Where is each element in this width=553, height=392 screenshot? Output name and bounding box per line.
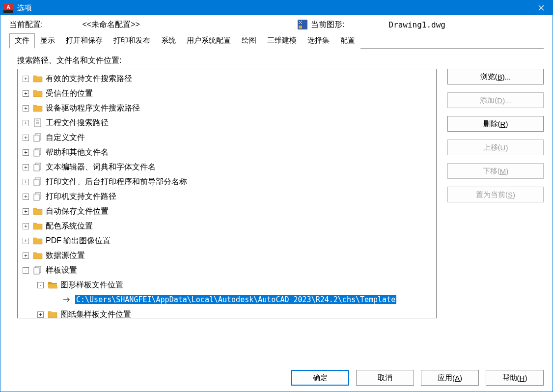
expand-icon[interactable]: + — [23, 149, 29, 156]
tab-7[interactable]: 三维建模 — [262, 33, 302, 49]
tree-node[interactable]: +受信任的位置 — [19, 86, 435, 101]
expand-icon[interactable]: + — [23, 105, 29, 112]
folder-icon — [33, 207, 43, 216]
tab-2[interactable]: 打开和保存 — [60, 33, 108, 49]
dwg-icon — [297, 19, 308, 30]
section-label: 搜索路径、文件名和文件位置: — [0, 49, 553, 69]
folder-icon — [33, 104, 43, 112]
tree-node-label: 自定义文件 — [46, 133, 85, 143]
help-button[interactable]: 帮助(H) — [486, 370, 544, 386]
tree-node[interactable]: +工程文件搜索路径 — [19, 115, 435, 130]
window-title: 选项 — [17, 3, 530, 13]
tab-5[interactable]: 用户系统配置 — [181, 33, 236, 49]
tree-node-label: 自动保存文件位置 — [46, 206, 109, 217]
content-area: 当前配置: <<未命名配置>> 当前图形: Drawing1.dwg 文件显示打… — [0, 15, 553, 392]
drawing-label: 当前图形: — [311, 20, 344, 30]
options-dialog: A 选项 当前配置: <<未命名配置>> 当前图形: Drawing1.dwg … — [0, 0, 553, 392]
tree-node-label: 设备驱动程序文件搜索路径 — [46, 103, 140, 113]
expand-icon[interactable]: + — [23, 90, 29, 97]
cancel-button[interactable]: 取消 — [356, 370, 414, 386]
tree-node[interactable]: +设备驱动程序文件搜索路径 — [19, 101, 435, 115]
stack-icon — [33, 133, 43, 142]
tab-4[interactable]: 系统 — [156, 33, 181, 49]
stack-icon — [33, 177, 43, 186]
tree-node-label: 受信任的位置 — [46, 88, 93, 99]
stack-icon — [33, 192, 43, 201]
tree-node[interactable]: +打印文件、后台打印程序和前导部分名称 — [19, 174, 435, 189]
tab-0[interactable]: 文件 — [9, 33, 35, 49]
tab-strip: 文件显示打开和保存打印和发布系统用户系统配置绘图三维建模选择集配置 — [9, 33, 544, 49]
tab-8[interactable]: 选择集 — [302, 33, 335, 49]
tree-node[interactable]: +自定义文件 — [19, 130, 435, 145]
titlebar: A 选项 — [0, 0, 553, 15]
tree-node[interactable]: +文本编辑器、词典和字体文件名 — [19, 160, 435, 174]
folder-icon — [33, 74, 43, 83]
side-button-s: 置为当前(S) — [447, 187, 544, 202]
tree-node-label: 打印文件、后台打印程序和前导部分名称 — [46, 177, 187, 187]
expand-icon[interactable]: + — [23, 76, 29, 82]
close-icon — [538, 5, 544, 11]
svg-rect-1 — [299, 26, 302, 28]
tab-1[interactable]: 显示 — [35, 33, 60, 49]
profile-name: <<未命名配置>> — [82, 20, 139, 30]
expand-icon[interactable]: + — [23, 164, 29, 170]
stack-icon — [33, 148, 43, 157]
side-button-b[interactable]: 浏览(B)... — [447, 69, 544, 84]
stack-icon — [33, 163, 43, 171]
app-icon: A — [3, 3, 13, 13]
side-button-m: 下移(M) — [447, 163, 544, 179]
expand-icon[interactable]: + — [23, 208, 29, 215]
side-button-r[interactable]: 删除(R) — [447, 116, 544, 132]
tab-3[interactable]: 打印和发布 — [108, 33, 156, 49]
tab-9[interactable]: 配置 — [335, 33, 360, 49]
tree-node-label: 打印机支持文件路径 — [46, 192, 116, 202]
profile-label: 当前配置: — [9, 20, 43, 30]
drawing-name: Drawing1.dwg — [388, 20, 445, 29]
tree-node-label: 有效的支持文件搜索路径 — [46, 74, 132, 84]
bottom-buttons: 确定 取消 应用(A) 帮助(H) — [0, 367, 553, 392]
tree-node[interactable]: +有效的支持文件搜索路径 — [19, 71, 435, 86]
apply-button[interactable]: 应用(A) — [421, 370, 479, 386]
ok-button[interactable]: 确定 — [291, 370, 349, 386]
tree-node[interactable]: +打印机支持文件路径 — [19, 189, 435, 204]
tree-node-label: 工程文件搜索路径 — [46, 118, 109, 128]
expand-icon[interactable]: + — [23, 194, 29, 200]
side-button-d: 添加(D)... — [447, 92, 544, 108]
tree-node-label: 帮助和其他文件名 — [46, 147, 109, 158]
expand-icon[interactable]: + — [23, 179, 29, 185]
close-button[interactable] — [530, 0, 553, 15]
expand-icon[interactable]: + — [23, 120, 29, 126]
panel-row: +有效的支持文件搜索路径+受信任的位置+设备驱动程序文件搜索路径+工程文件搜索路… — [0, 69, 553, 221]
folder-icon — [33, 89, 43, 98]
doc-icon — [33, 118, 43, 127]
side-buttons: 浏览(B)...添加(D)...删除(R)上移(U)下移(M)置为当前(S) — [447, 69, 544, 216]
tree-node-label: 文本编辑器、词典和字体文件名 — [46, 162, 156, 172]
info-row: 当前配置: <<未命名配置>> 当前图形: Drawing1.dwg — [0, 15, 553, 32]
tree-node[interactable]: +帮助和其他文件名 — [19, 145, 435, 160]
side-button-u: 上移(U) — [447, 140, 544, 155]
tab-6[interactable]: 绘图 — [236, 33, 262, 49]
tree-node[interactable]: +自动保存文件位置 — [19, 204, 435, 219]
expand-icon[interactable]: + — [23, 135, 29, 141]
